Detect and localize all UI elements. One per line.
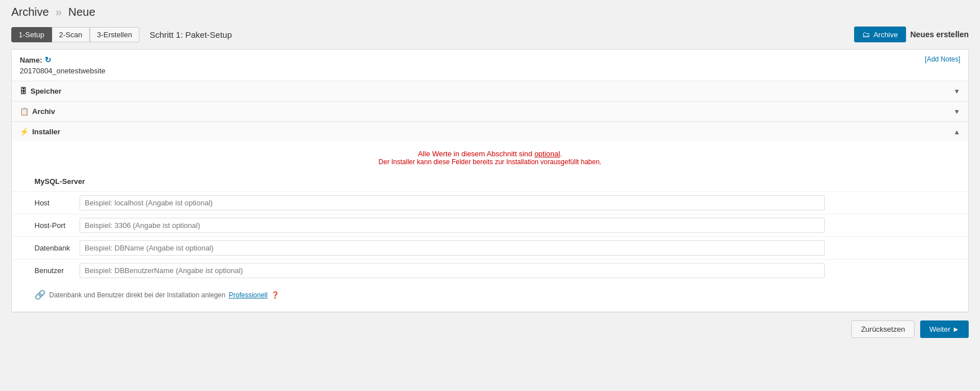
installer-chevron: ▲ [953,128,960,136]
installer-title-text: Installer [32,128,60,136]
datenbank-input[interactable] [80,240,825,256]
speicher-chevron: ▼ [953,87,960,95]
name-value: 20170804_onetestwebsite [20,67,960,75]
db-notice: 🔗 Datenbank und Benutzer direkt bei der … [12,282,968,300]
archive-button-label: Archive [873,30,898,39]
zuruecksetzen-button[interactable]: Zurücksetzen [851,320,915,338]
add-notes-link[interactable]: [Add Notes] [925,55,960,63]
optional-word: optional [535,150,561,158]
installer-section: ⚡ Installer ▲ Alle Werte in diesem Absch… [12,122,968,312]
breadcrumb: Archive » Neue [11,6,969,19]
professionell-link[interactable]: Professionell [229,291,268,299]
installer-form-table: Host Host-Port Datenbank [12,191,968,282]
datenbank-label: Datenbank [12,237,80,260]
step1-button[interactable]: 1-Setup [11,27,52,42]
breadcrumb-part2: Neue [68,6,95,18]
optional-line: Alle Werte in diesem Abschnitt sind opti… [23,150,957,158]
bottom-bar: Zurücksetzen Weiter ► [11,320,969,338]
db-notice-text: Datenbank und Benutzer direkt bei der In… [49,291,225,299]
step3-button[interactable]: 3-Erstellen [90,27,139,42]
installer-notice: Alle Werte in diesem Abschnitt sind opti… [12,150,968,166]
name-section: Name: ↻ [Add Notes] 20170804_onetestwebs… [12,50,968,81]
refresh-icon[interactable]: ↻ [45,55,51,64]
installer-sub-line: Der Installer kann diese Felder bereits … [23,158,957,166]
archiv-section-title: 📋 Archiv [20,107,55,116]
archiv-section-header[interactable]: 📋 Archiv ▼ [12,102,968,121]
top-bar: 1-Setup 2-Scan 3-Erstellen Schritt 1: Pa… [11,27,969,42]
archiv-chevron: ▼ [953,108,960,116]
benutzer-input[interactable] [80,263,825,278]
host-input[interactable] [80,195,825,210]
weiter-button[interactable]: Weiter ► [920,320,969,338]
table-row: Host [12,192,968,214]
page-wrapper: Archive » Neue 1-Setup 2-Scan 3-Erstelle… [0,0,980,391]
host-port-label: Host-Port [12,214,80,237]
installer-icon: ⚡ [20,128,29,136]
speicher-section-header[interactable]: 🗄 Speicher ▼ [12,81,968,101]
archive-icon: 🗂 [862,30,870,39]
host-label: Host [12,192,80,214]
db-icon: 🔗 [34,289,46,300]
name-label: Name: ↻ [20,55,960,64]
archiv-icon: 📋 [20,107,29,116]
table-row: Benutzer [12,260,968,282]
step2-button[interactable]: 2-Scan [52,27,90,42]
archiv-section: 📋 Archiv ▼ [12,102,968,122]
speicher-title-text: Speicher [30,87,62,95]
table-row: Datenbank [12,237,968,260]
mysql-group-label: MySQL-Server [12,174,968,189]
benutzer-label: Benutzer [12,260,80,282]
installer-body: Alle Werte in diesem Abschnitt sind opti… [12,142,968,311]
main-content: Name: ↻ [Add Notes] 20170804_onetestwebs… [11,49,969,313]
top-bar-right: 🗂 Archive Neues erstellen [854,27,969,42]
db-notice-help-icon: ❓ [271,291,279,299]
host-port-input[interactable] [80,218,825,233]
speicher-section: 🗄 Speicher ▼ [12,81,968,102]
installer-section-header[interactable]: ⚡ Installer ▲ [12,122,968,142]
speicher-icon: 🗄 [20,87,27,95]
archive-button[interactable]: 🗂 Archive [854,27,905,42]
breadcrumb-part1: Archive [11,6,49,18]
installer-section-title: ⚡ Installer [20,128,60,136]
name-label-text: Name: [20,56,42,64]
archiv-title-text: Archiv [32,107,55,116]
step-title: Schritt 1: Paket-Setup [150,30,232,39]
table-row: Host-Port [12,214,968,237]
neues-erstellen-button[interactable]: Neues erstellen [911,28,969,41]
breadcrumb-sep: » [55,6,62,18]
speicher-section-title: 🗄 Speicher [20,87,62,95]
